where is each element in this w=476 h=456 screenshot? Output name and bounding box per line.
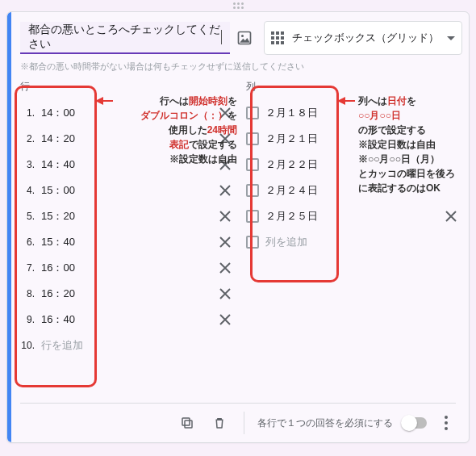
close-icon xyxy=(219,288,231,299)
row-label-input[interactable]: 16：40 xyxy=(41,311,209,329)
row-number: 6. xyxy=(20,236,35,248)
row-number: 10. xyxy=(20,340,35,351)
remove-row-button[interactable] xyxy=(215,181,235,200)
annotation-arrow-icon xyxy=(339,100,355,102)
separator xyxy=(244,412,244,434)
checkbox-icon xyxy=(246,158,259,171)
checkbox-icon xyxy=(246,236,259,249)
column-label-input[interactable]: ２月１８日 xyxy=(265,104,435,123)
column-option: ２月２１日 xyxy=(246,126,461,152)
remove-row-button[interactable] xyxy=(215,129,235,149)
row-option: 5. 15：20 xyxy=(20,203,235,229)
column-option: ２月２４日 xyxy=(246,178,461,203)
column-label-input[interactable]: ２月２２日 xyxy=(265,156,435,174)
remove-row-button[interactable] xyxy=(215,232,235,252)
question-type-select[interactable]: チェックボックス（グリッド） xyxy=(264,21,462,55)
row-number: 1. xyxy=(20,107,35,119)
svg-rect-2 xyxy=(185,420,192,428)
columns-title: 列 xyxy=(246,80,461,94)
close-icon xyxy=(219,185,231,196)
rows-column: 行 1. 14：00 2. 14：20 3. 1 xyxy=(20,80,235,399)
columns-column: 列 ２月１８日 ２月２１日 ２月２２日 xyxy=(246,80,461,399)
row-label-input[interactable]: 15：20 xyxy=(41,207,209,226)
svg-rect-3 xyxy=(182,418,190,425)
column-option: ２月１８日 xyxy=(246,100,461,126)
remove-row-button[interactable] xyxy=(215,284,235,303)
column-option: ２月２２日 xyxy=(246,152,461,178)
annotation-arrow-icon xyxy=(97,100,113,102)
column-label-input[interactable]: ２月２１日 xyxy=(265,130,435,149)
duplicate-button[interactable] xyxy=(176,412,198,434)
question-card: 都合の悪いところへチェックしてください チェックボックス（グリッド） xyxy=(6,11,470,443)
remove-row-button[interactable] xyxy=(215,155,235,174)
row-number: 7. xyxy=(20,262,35,274)
row-number: 8. xyxy=(20,288,35,299)
close-icon xyxy=(219,159,231,170)
row-label-input[interactable]: 15：00 xyxy=(41,182,209,200)
row-label-input[interactable]: 16：00 xyxy=(41,259,209,278)
svg-point-1 xyxy=(241,35,244,37)
question-title-input[interactable]: 都合の悪いところへチェックしてください xyxy=(20,22,230,54)
checkbox-icon xyxy=(246,184,259,197)
add-row-label: 行を追加 xyxy=(41,337,235,355)
row-option: 3. 14：40 xyxy=(20,152,235,178)
row-option: 6. 15：40 xyxy=(20,229,235,255)
require-label: 各行で１つの回答を必須にする xyxy=(257,416,393,430)
row-number: 3. xyxy=(20,159,35,170)
checkbox-icon xyxy=(246,210,259,223)
row-label-input[interactable]: 15：40 xyxy=(41,233,209,252)
checkbox-icon xyxy=(246,132,259,145)
row-label-input[interactable]: 14：40 xyxy=(41,156,209,174)
column-option: ２月２５日 xyxy=(246,203,461,229)
remove-row-button[interactable] xyxy=(215,310,235,329)
rows-title: 行 xyxy=(20,80,235,94)
trash-icon xyxy=(212,416,227,430)
drag-handle-icon[interactable] xyxy=(227,0,249,11)
add-row-option[interactable]: 10. 行を追加 xyxy=(20,333,235,358)
question-description[interactable]: ※都合の悪い時間帯がない場合は何もチェックせずに送信してください xyxy=(20,61,304,73)
close-icon xyxy=(219,236,231,248)
checkbox-icon xyxy=(246,107,259,119)
close-icon xyxy=(219,107,231,119)
add-image-button[interactable] xyxy=(236,23,253,53)
chevron-down-icon xyxy=(447,36,455,40)
checkbox-grid-icon xyxy=(271,31,284,44)
row-option: 7. 16：00 xyxy=(20,255,235,281)
delete-button[interactable] xyxy=(208,412,231,434)
question-type-label: チェックボックス（グリッド） xyxy=(292,31,439,45)
require-switch[interactable] xyxy=(403,417,427,429)
text-caret xyxy=(221,30,222,44)
row-option: 4. 15：00 xyxy=(20,178,235,203)
add-column-label: 列を追加 xyxy=(265,233,461,252)
row-number: 9. xyxy=(20,314,35,325)
add-column-option[interactable]: 列を追加 xyxy=(246,229,461,255)
row-label-input[interactable]: 14：20 xyxy=(41,130,209,149)
row-option: 9. 16：40 xyxy=(20,307,235,333)
remove-row-button[interactable] xyxy=(215,207,235,226)
remove-row-button[interactable] xyxy=(215,103,235,123)
row-option: 1. 14：00 xyxy=(20,100,235,126)
row-number: 5. xyxy=(20,211,35,222)
close-icon xyxy=(219,133,231,144)
close-icon xyxy=(445,211,457,222)
copy-icon xyxy=(180,416,194,430)
close-icon xyxy=(219,314,231,325)
remove-row-button[interactable] xyxy=(215,258,235,278)
close-icon xyxy=(219,262,231,274)
column-label-input[interactable]: ２月２４日 xyxy=(265,182,435,200)
row-label-input[interactable]: 16：20 xyxy=(41,285,209,303)
card-footer: 各行で１つの回答を必須にする xyxy=(20,403,456,442)
row-option: 2. 14：20 xyxy=(20,126,235,152)
remove-column-button[interactable] xyxy=(441,207,461,226)
row-option: 8. 16：20 xyxy=(20,281,235,307)
row-label-input[interactable]: 14：00 xyxy=(41,104,209,123)
more-options-button[interactable] xyxy=(436,413,456,433)
row-number: 2. xyxy=(20,133,35,144)
close-icon xyxy=(219,211,231,222)
row-number: 4. xyxy=(20,185,35,196)
column-label-input[interactable]: ２月２５日 xyxy=(265,207,435,226)
image-icon xyxy=(236,30,253,46)
question-title-text: 都合の悪いところへチェックしてください xyxy=(28,23,220,52)
